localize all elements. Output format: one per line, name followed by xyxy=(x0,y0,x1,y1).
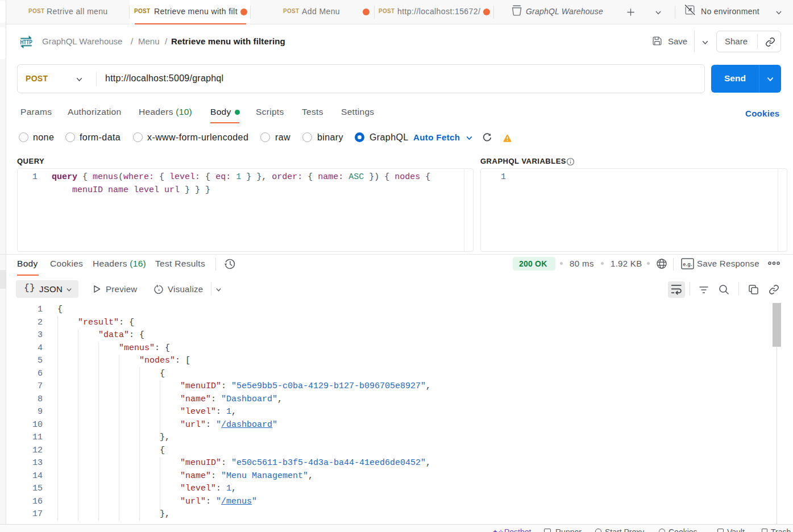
svg-text:HTTP: HTTP xyxy=(20,39,32,45)
svg-text:e.g.: e.g. xyxy=(683,261,692,267)
